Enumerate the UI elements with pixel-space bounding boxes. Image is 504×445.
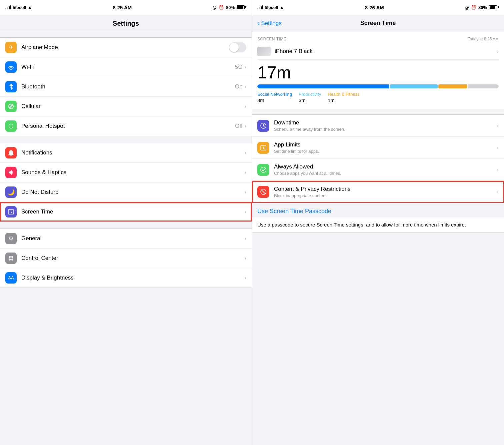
hotspot-icon: ⬡	[5, 120, 17, 132]
left-status-right: @ ⏰ 80%	[212, 5, 246, 10]
airplane-mode-label: Airplane Mode	[21, 44, 229, 51]
always-allowed-text: Always Allowed Choose apps you want at a…	[274, 163, 497, 176]
display-label: Display & Brightness	[21, 275, 245, 281]
svg-point-4	[11, 259, 13, 261]
wifi-chevron: ›	[245, 64, 246, 70]
right-status-bar: lifecell ▲ 8:26 AM @ ⏰ 80%	[252, 0, 504, 15]
left-status-left: lifecell ▲	[5, 5, 32, 10]
app-limits-row[interactable]: App Limits Set time limits for apps. ›	[252, 137, 504, 159]
left-battery-icon	[237, 5, 246, 9]
left-battery-pct: 80%	[226, 5, 235, 10]
right-wifi-icon: ▲	[279, 5, 284, 10]
passcode-desc-box: Use a passcode to secure Screen Time set…	[252, 217, 504, 233]
display-icon: AA	[5, 272, 17, 284]
connectivity-group: ✈ Airplane Mode Wi-Fi 5G › Blue	[0, 37, 252, 136]
notifications-chevron: ›	[245, 150, 246, 156]
app-limits-title: App Limits	[274, 141, 497, 148]
notifications-label: Notifications	[21, 149, 245, 156]
cellular-row[interactable]: Cellular ›	[0, 97, 252, 116]
always-allowed-subtitle: Choose apps you want at all times.	[274, 171, 497, 176]
settings-title: Settings	[0, 15, 252, 32]
right-battery-pct: 80%	[478, 5, 487, 10]
control-center-row[interactable]: Control Center ›	[0, 249, 252, 268]
always-allowed-icon	[257, 164, 269, 176]
settings-list: ✈ Airplane Mode Wi-Fi 5G › Blue	[0, 32, 252, 445]
airplane-mode-row[interactable]: ✈ Airplane Mode	[0, 38, 252, 57]
airplane-mode-icon: ✈	[5, 42, 17, 53]
right-status-right: @ ⏰ 80%	[465, 5, 499, 10]
general-chevron: ›	[245, 236, 246, 242]
content-privacy-title: Content & Privacy Restrictions	[274, 186, 497, 192]
legend-health: Health & Fitness 1m	[328, 92, 359, 103]
sounds-chevron: ›	[245, 169, 246, 175]
left-wifi-icon: ▲	[27, 5, 32, 10]
passcode-description: Use a passcode to secure Screen Time set…	[257, 221, 499, 229]
bar-health	[438, 84, 467, 88]
legend-productivity-value: 3m	[299, 97, 321, 103]
right-signal-icon	[257, 5, 263, 9]
right-status-left: lifecell ▲	[257, 5, 284, 10]
always-allowed-title: Always Allowed	[274, 163, 497, 170]
right-alarm-icon: ⏰	[471, 5, 476, 10]
airplane-mode-toggle[interactable]	[229, 42, 246, 52]
device-name: iPhone 7 Black	[275, 48, 497, 55]
general-row[interactable]: ⚙ General ›	[0, 229, 252, 249]
app-limits-icon	[257, 142, 269, 154]
legend-health-value: 1m	[328, 97, 359, 103]
app-limits-subtitle: Set time limits for apps.	[274, 149, 497, 154]
screen-time-title: Screen Time	[360, 20, 396, 27]
always-allowed-row[interactable]: Always Allowed Choose apps you want at a…	[252, 159, 504, 181]
screen-time-content: SCREEN TIME Today at 8:25 AM iPhone 7 Bl…	[252, 32, 504, 445]
bluetooth-chevron: ›	[245, 84, 246, 90]
left-signal-icon	[5, 5, 11, 9]
legend-social-value: 8m	[257, 97, 292, 103]
right-battery-icon	[489, 5, 499, 9]
svg-point-2	[11, 256, 13, 258]
left-carrier: lifecell	[13, 5, 26, 10]
general-group: ⚙ General › Control Center › AA Display …	[0, 229, 252, 288]
device-chevron: ›	[497, 48, 499, 54]
sounds-icon	[5, 167, 17, 178]
legend-health-label: Health & Fitness	[328, 92, 359, 97]
dnd-icon: 🌙	[5, 186, 17, 198]
passcode-link[interactable]: Use Screen Time Passcode	[257, 208, 331, 214]
dnd-label: Do Not Disturb	[21, 189, 245, 195]
right-panel: lifecell ▲ 8:26 AM @ ⏰ 80% ‹ Settings Sc…	[252, 0, 504, 445]
st-time-label: Today at 8:25 AM	[468, 37, 499, 41]
downtime-row[interactable]: Downtime Schedule time away from the scr…	[252, 115, 504, 137]
screen-time-menu: Downtime Schedule time away from the scr…	[252, 114, 504, 203]
content-privacy-text: Content & Privacy Restrictions Block ina…	[274, 186, 497, 198]
dnd-chevron: ›	[245, 189, 246, 195]
content-privacy-subtitle: Block inappropriate content.	[274, 193, 497, 198]
svg-point-3	[9, 259, 11, 261]
bluetooth-value: On	[235, 83, 243, 90]
always-allowed-chevron: ›	[497, 167, 499, 173]
st-section-label: SCREEN TIME	[257, 37, 286, 41]
svg-point-1	[9, 256, 11, 258]
right-carrier: lifecell	[265, 5, 278, 10]
display-chevron: ›	[245, 275, 246, 281]
content-privacy-row[interactable]: Content & Privacy Restrictions Block ina…	[252, 181, 504, 203]
bar-productivity	[390, 84, 438, 88]
display-row[interactable]: AA Display & Brightness ›	[0, 268, 252, 288]
sounds-row[interactable]: Sounds & Haptics ›	[0, 163, 252, 182]
hotspot-value: Off	[235, 123, 242, 129]
notifications-group: Notifications › Sounds & Haptics › 🌙 Do …	[0, 143, 252, 222]
screen-time-nav: ‹ Settings Screen Time	[252, 15, 504, 32]
downtime-icon	[257, 120, 269, 132]
dnd-row[interactable]: 🌙 Do Not Disturb ›	[0, 182, 252, 202]
cellular-label: Cellular	[21, 103, 245, 110]
wifi-value: 5G	[235, 64, 243, 70]
device-row[interactable]: iPhone 7 Black ›	[257, 43, 499, 60]
downtime-text: Downtime Schedule time away from the scr…	[274, 119, 497, 132]
legend-productivity: Productivity 3m	[299, 92, 321, 103]
wifi-row[interactable]: Wi-Fi 5G ›	[0, 57, 252, 77]
screen-time-row[interactable]: Screen Time ›	[0, 202, 252, 221]
back-button[interactable]: ‹ Settings	[257, 19, 282, 28]
bluetooth-label: Bluetooth	[21, 83, 235, 90]
notifications-row[interactable]: Notifications ›	[0, 143, 252, 163]
right-time: 8:26 AM	[365, 5, 384, 10]
bluetooth-row[interactable]: Bluetooth On ›	[0, 77, 252, 97]
right-at-icon: @	[465, 5, 469, 10]
personal-hotspot-row[interactable]: ⬡ Personal Hotspot Off ›	[0, 116, 252, 136]
